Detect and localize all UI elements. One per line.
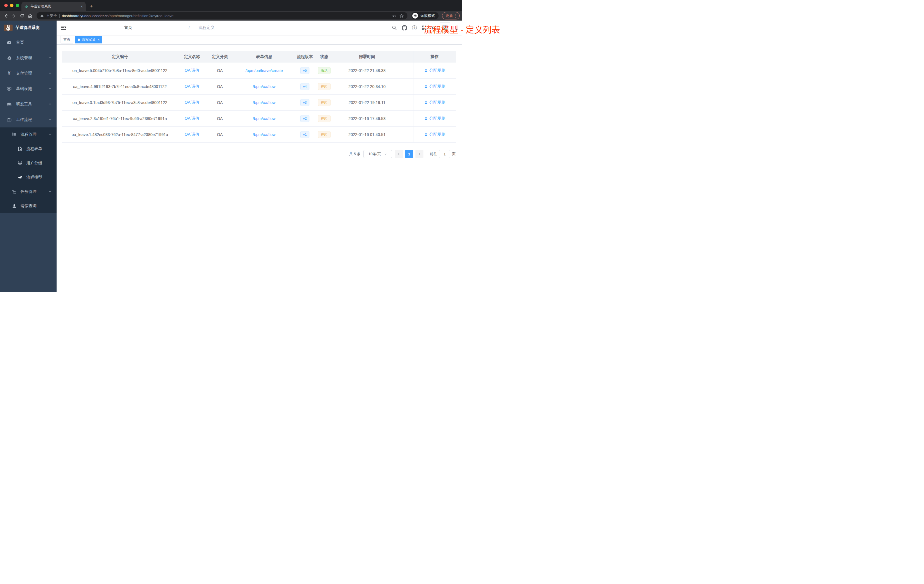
home-icon[interactable] <box>26 12 34 20</box>
sidebar-item-infra[interactable]: 基础设施 <box>0 81 56 97</box>
page-size-value: 10条/页 <box>368 152 381 157</box>
form-icon <box>17 146 23 152</box>
goto-page-input[interactable] <box>439 150 450 158</box>
security-warning-icon[interactable] <box>40 14 44 18</box>
assign-rule-button[interactable]: 分配规则 <box>424 84 446 89</box>
browser-toolbar: 不安全 dashboard.yudao.iocoder.cn/bpm/manag… <box>0 11 462 21</box>
maximize-window-button[interactable] <box>16 4 19 7</box>
minimize-window-button[interactable] <box>10 4 13 7</box>
tag-home[interactable]: 首页 <box>61 36 73 43</box>
definition-name-link[interactable]: OA 请假 <box>185 100 199 105</box>
table-row: oa_leave:4:991f2193-7b7f-11ec-a3c8-acde4… <box>62 79 456 94</box>
chevron-down-icon <box>48 190 52 194</box>
sidebar-item-user-group[interactable]: 用户分组 <box>0 156 56 170</box>
prev-page-button[interactable] <box>395 150 403 158</box>
page-content: 定义编号 定义名称 定义分类 表单信息 流程版本 状态 部署时间 操作 oa_l… <box>56 45 462 292</box>
sidebar-item-label: 请假查询 <box>21 203 36 209</box>
url-text[interactable]: dashboard.yudao.iocoder.cn/bpm/manager/d… <box>62 14 390 18</box>
assign-rule-button[interactable]: 分配规则 <box>424 132 446 137</box>
app-logo-row[interactable]: 芋道管理系统 <box>0 21 56 35</box>
form-link[interactable]: /bpm/oa/leave/create <box>246 68 283 73</box>
definition-name-link[interactable]: OA 请假 <box>185 68 199 73</box>
sidebar-item-leave-query[interactable]: 请假查询 <box>0 199 56 213</box>
form-link[interactable]: /bpm/oa/flow <box>253 100 276 105</box>
col-header: 定义名称 <box>178 54 206 59</box>
url-bar[interactable]: 不安全 dashboard.yudao.iocoder.cn/bpm/manag… <box>36 12 408 20</box>
fullscreen-icon[interactable] <box>422 25 427 30</box>
sidebar-item-devtools[interactable]: 研发工具 <box>0 97 56 112</box>
cell-definition-id: oa_leave:4:991f2193-7b7f-11ec-a3c8-acde4… <box>62 84 178 89</box>
col-header: 部署时间 <box>333 54 401 59</box>
sidebar-item-label: 研发工具 <box>16 102 32 107</box>
back-icon[interactable] <box>2 12 10 20</box>
browser-update-button[interactable]: 更新 <box>442 12 460 20</box>
browser-menu-icon[interactable] <box>455 14 456 18</box>
status-badge: 挂起 <box>318 131 330 138</box>
sidebar-item-home[interactable]: 首页 <box>0 35 56 50</box>
avatar[interactable] <box>440 23 450 33</box>
gear-icon <box>6 55 12 61</box>
help-icon[interactable]: ? <box>412 25 417 30</box>
definition-name-link[interactable]: OA 请假 <box>185 84 199 89</box>
person-icon <box>424 69 428 73</box>
new-tab-button[interactable]: + <box>90 3 93 10</box>
tag-process-definition[interactable]: 流程定义 × <box>75 36 102 43</box>
breadcrumb-home[interactable]: 首页 <box>70 25 186 30</box>
browser-tab[interactable]: 芋道管理系统 × <box>21 2 86 11</box>
sidebar-item-process-manage[interactable]: 流程管理 <box>0 127 56 142</box>
assign-rule-button[interactable]: 分配规则 <box>424 100 446 105</box>
cell-definition-id: oa_leave:1:482ec033-762a-11ec-8477-a2380… <box>62 132 178 137</box>
cell-category: OA <box>206 84 233 89</box>
current-page-button[interactable]: 1 <box>405 150 413 158</box>
sidebar-item-system[interactable]: 系统管理 <box>0 50 56 66</box>
tag-close-icon[interactable]: × <box>98 38 99 41</box>
chevron-down-icon <box>48 71 52 76</box>
github-icon[interactable] <box>402 25 407 31</box>
sidebar-item-label: 首页 <box>16 40 24 45</box>
browser-titlebar: 芋道管理系统 × + <box>0 0 462 11</box>
assign-rule-button[interactable]: 分配规则 <box>424 116 446 121</box>
definition-name-link[interactable]: OA 请假 <box>185 132 199 137</box>
app-title: 芋道管理系统 <box>15 25 40 30</box>
sidebar-item-process-model[interactable]: 流程模型 <box>0 170 56 185</box>
search-icon[interactable] <box>392 25 397 30</box>
form-link[interactable]: /bpm/oa/flow <box>253 84 276 89</box>
tab-close-icon[interactable]: × <box>81 4 83 8</box>
definition-name-link[interactable]: OA 请假 <box>185 116 199 120</box>
person-icon <box>424 133 428 137</box>
update-label[interactable]: 更新 <box>446 13 453 18</box>
window-controls[interactable] <box>4 4 19 7</box>
page-size-select[interactable]: 10条/页 <box>363 150 392 158</box>
person-icon <box>424 101 428 105</box>
form-link[interactable]: /bpm/oa/flow <box>253 116 276 121</box>
sidebar-item-task-manage[interactable]: 任务管理 <box>0 185 56 199</box>
sidebar-item-label: 流程模型 <box>26 175 42 180</box>
chevron-down-icon <box>48 102 52 107</box>
table-row: oa_leave:5:004b710b-7b8a-11ec-8ef0-acde4… <box>62 63 456 79</box>
avatar-caret-icon[interactable] <box>455 29 458 31</box>
reload-icon[interactable] <box>18 12 26 20</box>
cell-deploy-time: 2022-01-16 01:40:51 <box>333 132 401 137</box>
font-size-icon[interactable]: tT <box>432 25 435 30</box>
form-link[interactable]: /bpm/oa/flow <box>253 132 276 137</box>
next-page-button[interactable] <box>416 150 423 158</box>
paper-plane-icon <box>17 175 23 180</box>
sidebar-collapse-icon[interactable] <box>56 21 70 35</box>
version-tag: v4 <box>300 83 310 90</box>
sidebar-item-workflow[interactable]: 工作流程 <box>0 112 56 127</box>
cell-deploy-time: 2022-01-22 21:48:38 <box>333 68 401 73</box>
table-row: oa_leave:3:1fad3d93-7b75-11ec-a3c8-acde4… <box>62 94 456 111</box>
sidebar-item-process-form[interactable]: 流程表单 <box>0 142 56 156</box>
person-icon <box>424 84 428 89</box>
incognito-label: 无痕模式 <box>420 13 435 18</box>
assign-rule-button[interactable]: 分配规则 <box>424 68 446 73</box>
status-badge: 激活 <box>318 67 330 74</box>
security-label[interactable]: 不安全 <box>46 13 57 18</box>
col-header: 流程版本 <box>295 54 315 59</box>
sidebar-item-payment[interactable]: ¥ 支付管理 <box>0 66 56 81</box>
cell-deploy-time: 2022-01-22 19:19:11 <box>333 100 401 105</box>
url-host: dashboard.yudao.iocoder.cn <box>62 14 109 18</box>
key-icon[interactable] <box>392 13 397 18</box>
bookmark-star-icon[interactable] <box>399 13 404 18</box>
close-window-button[interactable] <box>4 4 8 7</box>
